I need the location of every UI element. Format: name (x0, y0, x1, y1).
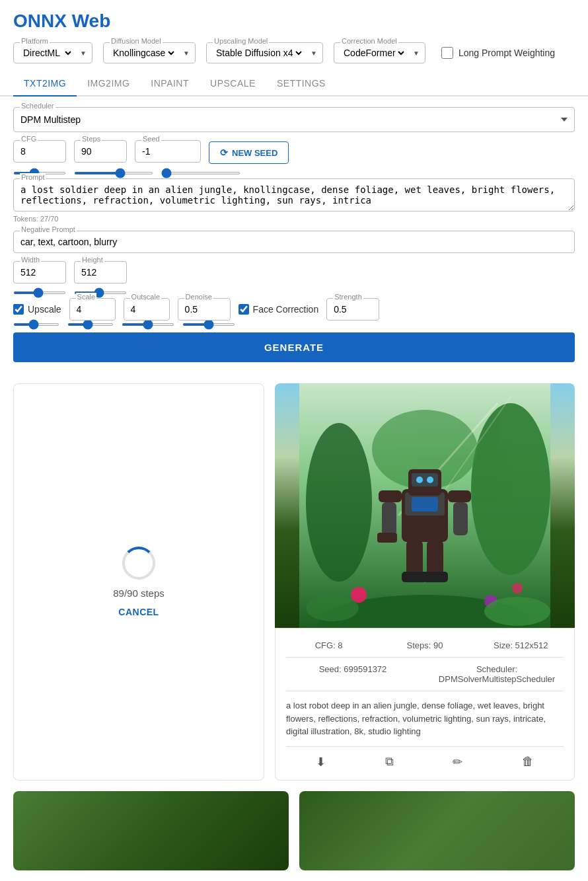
cfg-field: CFG (13, 140, 66, 163)
width-height-row: Width Height (13, 261, 575, 284)
download-button[interactable]: ⬇ (308, 752, 334, 772)
outscale-slider[interactable] (67, 323, 114, 326)
new-seed-label: NEW SEED (232, 148, 277, 158)
delete-button[interactable]: 🗑 (514, 752, 542, 772)
upscaling-label: Upscaling Model (213, 37, 269, 45)
svg-rect-20 (427, 541, 443, 577)
face-correction-text: Face Correction (253, 304, 319, 315)
progress-circle (122, 547, 155, 580)
thumbnail-1[interactable] (13, 791, 289, 870)
scale-label: Scale (76, 293, 97, 301)
svg-point-26 (306, 595, 359, 621)
upscale-checkbox[interactable] (13, 304, 24, 315)
copy-button[interactable]: ⧉ (377, 752, 402, 772)
denoise-field: Denoise (178, 298, 231, 321)
prompt-label: Prompt (20, 173, 46, 181)
info-row-2: Seed: 699591372 Scheduler: DPMSolverMult… (286, 660, 564, 688)
new-seed-button[interactable]: ⟳ NEW SEED (209, 141, 289, 164)
upscale-label: Upscale (28, 304, 61, 315)
upscaling-select[interactable]: Stable Diffusion x4 (213, 47, 304, 59)
tab-upscale[interactable]: UPSCALE (200, 71, 266, 96)
face-correction-checkbox[interactable] (239, 304, 249, 315)
svg-point-12 (416, 477, 423, 483)
svg-point-2 (471, 403, 550, 575)
steps-label: Steps (81, 135, 102, 143)
svg-point-1 (306, 423, 372, 582)
upscale-checkbox-label[interactable]: Upscale (13, 304, 61, 315)
scale-slider[interactable] (13, 323, 59, 326)
svg-rect-19 (406, 541, 423, 577)
cfg-label: CFG (20, 135, 38, 143)
generate-button[interactable]: GENERATE (13, 332, 575, 362)
diffusion-select-container: Knollingcase (103, 42, 196, 63)
app-header: ONNX Web (0, 0, 588, 37)
scheduler-select[interactable]: DPM Multistep DDIM PNDM LMS Euler (13, 107, 575, 132)
denoise-slider[interactable] (122, 323, 174, 326)
seed-input[interactable] (135, 140, 201, 163)
scale-input[interactable] (69, 298, 116, 321)
width-slider[interactable] (13, 291, 66, 294)
negative-label: Negative Prompt (20, 225, 77, 233)
info-row-1: CFG: 8 Steps: 90 Size: 512x512 (286, 636, 564, 654)
svg-rect-14 (379, 490, 402, 502)
svg-rect-15 (382, 502, 396, 535)
tab-txt2img[interactable]: TXT2IMG (13, 71, 77, 96)
correction-label: Correction Model (340, 37, 398, 45)
diffusion-select-group: Diffusion Model Knollingcase (103, 42, 196, 63)
svg-rect-17 (448, 490, 471, 502)
strength-input[interactable] (326, 298, 379, 321)
svg-point-13 (427, 477, 433, 483)
steps-slider[interactable] (74, 172, 153, 174)
face-correction-label[interactable]: Face Correction (239, 304, 319, 315)
platform-select[interactable]: DirectML (20, 47, 73, 59)
prompt-textarea[interactable] (13, 178, 575, 211)
info-divider-1 (286, 657, 564, 658)
steps-input[interactable] (74, 140, 127, 163)
upscaling-select-group: Upscaling Model Stable Diffusion x4 (206, 42, 323, 63)
steps-field: Steps (74, 140, 127, 163)
cancel-button[interactable]: CANCEL (118, 607, 159, 617)
long-prompt-checkbox[interactable] (441, 47, 453, 59)
long-prompt-checkbox-label[interactable]: Long Prompt Weighting (441, 47, 555, 59)
denoise-input[interactable] (178, 298, 231, 321)
tab-settings[interactable]: SETTINGS (266, 71, 336, 96)
tab-inpaint[interactable]: INPAINT (140, 71, 200, 96)
seed-slider[interactable] (161, 172, 240, 174)
height-label: Height (81, 256, 104, 264)
action-row: ⬇ ⧉ ✏ 🗑 (286, 746, 564, 772)
correction-select-container: CodeFormer (334, 42, 425, 63)
tabs: TXT2IMG IMG2IMG INPAINT UPSCALE SETTINGS (0, 71, 588, 96)
svg-point-25 (512, 583, 523, 594)
denoise-label: Denoise (184, 293, 213, 301)
scale-field: Scale (69, 298, 116, 321)
outscale-input[interactable] (124, 298, 170, 321)
info-prompt: a lost robot deep in an alien jungle, de… (286, 694, 564, 744)
progress-panel: 89/90 steps CANCEL (13, 383, 264, 781)
bottom-thumbnails (0, 791, 588, 882)
outscale-field: Outscale (124, 298, 170, 321)
upscaling-select-container: Stable Diffusion x4 (206, 42, 323, 63)
height-field: Height (74, 261, 127, 284)
svg-rect-9 (412, 497, 438, 512)
correction-select[interactable]: CodeFormer (341, 47, 406, 59)
width-input[interactable] (13, 261, 66, 284)
platform-select-group: Platform DirectML (13, 42, 92, 63)
tokens-count: Tokens: 27/70 (13, 215, 575, 223)
cfg-steps-seed-row: CFG Steps Seed ⟳ NEW SEED (13, 140, 575, 164)
scheduler-group: Scheduler DPM Multistep DDIM PNDM LMS Eu… (13, 107, 575, 132)
height-input[interactable] (74, 261, 127, 284)
info-scheduler: Scheduler: DPMSolverMultistepScheduler (430, 664, 564, 684)
main-content: Scheduler DPM Multistep DDIM PNDM LMS Eu… (0, 96, 588, 373)
cfg-input[interactable] (13, 140, 66, 163)
wh-sliders (13, 291, 575, 294)
negative-input[interactable] (13, 231, 575, 253)
thumbnail-2[interactable] (299, 791, 575, 870)
width-field: Width (13, 261, 66, 284)
tab-img2img[interactable]: IMG2IMG (77, 71, 140, 96)
image-panel: CFG: 8 Steps: 90 Size: 512x512 Seed: 699… (275, 383, 575, 781)
edit-button[interactable]: ✏ (445, 752, 470, 772)
app-title: ONNX Web (13, 11, 575, 32)
strength-slider[interactable] (182, 323, 235, 326)
generated-image (275, 383, 575, 628)
diffusion-select[interactable]: Knollingcase (110, 47, 176, 59)
